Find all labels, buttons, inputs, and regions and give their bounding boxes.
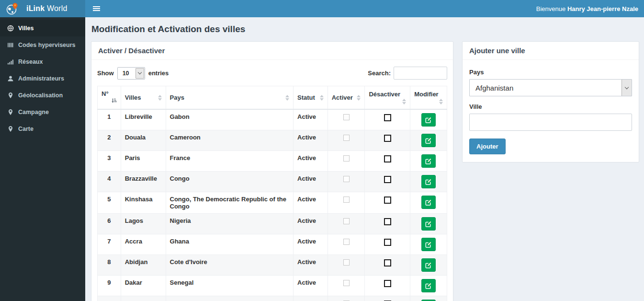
table-row: 7 Accra Ghana Active	[98, 234, 447, 255]
user-name: Hanry Jean-pierre Nzale	[567, 5, 638, 12]
brand[interactable]: iLink World	[0, 0, 85, 17]
pays-cell: Congo	[166, 172, 294, 192]
column-header-desactiver[interactable]: Désactiver	[365, 86, 410, 110]
desactiver-checkbox[interactable]	[384, 218, 391, 225]
entries-select[interactable]: 10	[117, 67, 145, 80]
desactiver-checkbox[interactable]	[384, 280, 391, 287]
column-header-no[interactable]: N°	[98, 86, 121, 110]
column-header-modifier[interactable]: Modifier	[410, 86, 447, 110]
modifier-button[interactable]	[421, 238, 436, 251]
ville-cell: Paris	[121, 151, 166, 172]
table-row: 9 Dakar Senegal Active	[98, 276, 447, 296]
desactiver-checkbox[interactable]	[384, 239, 391, 246]
row-number: 6	[98, 214, 121, 234]
activer-checkbox	[343, 259, 350, 266]
map-marker-icon	[7, 109, 14, 116]
sidebar-item-reseaux[interactable]: Réseaux	[0, 53, 85, 70]
row-number: 10	[98, 296, 121, 301]
ville-cell: Lagos	[121, 214, 166, 234]
column-header-activer[interactable]: Activer	[328, 86, 365, 110]
main-content: Modification et Activation des villes Ac…	[85, 17, 644, 301]
entries-label: entries	[148, 69, 169, 77]
activer-checkbox	[343, 155, 350, 162]
ville-input[interactable]	[469, 114, 632, 131]
table-panel-title: Activer / Désactiver	[91, 42, 453, 60]
sidebar-item-administrateurs[interactable]: Administrateurs	[0, 70, 85, 87]
modifier-button[interactable]	[421, 113, 436, 127]
desactiver-checkbox[interactable]	[384, 155, 391, 162]
desactiver-checkbox[interactable]	[384, 135, 391, 142]
ville-cell: Kinshasa	[121, 192, 166, 214]
ville-cell: Dakar	[121, 276, 166, 296]
page-title: Modification et Activation des villes	[91, 24, 639, 35]
statut-cell: Active	[294, 214, 328, 234]
sidebar-item-campagne[interactable]: Campagne	[0, 104, 85, 120]
sidebar-item-carte[interactable]: Carte	[0, 120, 85, 137]
sidebar-item-codes-hyperviseurs[interactable]: Codes hyperviseurs	[0, 36, 85, 53]
modifier-button[interactable]	[421, 258, 436, 272]
table-row: 10 Bamako Mali Active	[98, 296, 447, 301]
ville-label: Ville	[469, 103, 632, 110]
pays-select[interactable]: Afghanistan	[469, 79, 632, 96]
barcode-icon	[7, 42, 14, 48]
edit-icon	[425, 262, 432, 268]
sidebar-item-villes[interactable]: Villes	[0, 20, 85, 36]
pays-cell: Cote d'Ivoire	[166, 255, 294, 276]
statut-cell: Active	[294, 276, 328, 296]
ville-cell: Brazzaville	[121, 172, 166, 192]
ville-cell: Abidjan	[121, 255, 166, 276]
search-input[interactable]	[394, 67, 447, 80]
ajouter-button[interactable]: Ajouter	[469, 139, 506, 154]
signal-icon	[7, 58, 14, 65]
top-bar: iLink World Bienvenue Hanry Jean-pierre …	[0, 0, 644, 17]
modifier-button[interactable]	[421, 217, 436, 231]
sidebar-toggle-button[interactable]	[85, 0, 108, 17]
statut-cell: Active	[294, 172, 328, 192]
desactiver-checkbox[interactable]	[384, 114, 391, 121]
show-label: Show	[97, 69, 114, 77]
row-number: 3	[98, 151, 121, 172]
statut-cell: Active	[294, 109, 328, 130]
table-row: 5 Kinshasa Congo, The Democratic Republi…	[98, 192, 447, 214]
row-number: 7	[98, 234, 121, 255]
column-header-statut[interactable]: Statut	[294, 86, 328, 110]
ville-cell: Bamako	[121, 296, 166, 301]
modifier-button[interactable]	[421, 279, 436, 292]
modifier-button[interactable]	[421, 134, 436, 147]
desactiver-checkbox[interactable]	[384, 176, 391, 183]
globe-pin-logo-icon	[6, 2, 19, 15]
statut-cell: Active	[294, 296, 328, 301]
row-number: 5	[98, 192, 121, 214]
brand-title: iLink World	[26, 4, 68, 13]
edit-icon	[425, 199, 432, 206]
add-ville-panel: Ajouter une ville Pays Afghanistan Ville…	[462, 41, 639, 162]
pays-cell: Senegal	[166, 276, 294, 296]
hamburger-icon	[93, 5, 100, 12]
activer-checkbox	[343, 280, 350, 286]
modifier-button[interactable]	[421, 196, 436, 209]
map-marker-icon	[7, 92, 14, 99]
modifier-button[interactable]	[421, 175, 436, 188]
edit-icon	[425, 137, 432, 144]
add-panel-title: Ajouter une ville	[463, 42, 639, 60]
table-row: 4 Brazzaville Congo Active	[98, 172, 447, 192]
table-row: 3 Paris France Active	[98, 151, 447, 172]
desactiver-checkbox[interactable]	[384, 197, 391, 204]
table-row: 1 Libreville Gabon Active	[98, 109, 447, 130]
modifier-button[interactable]	[421, 154, 436, 168]
sidebar-item-label: Villes	[18, 25, 34, 32]
pays-cell: France	[166, 151, 294, 172]
activer-checkbox	[343, 197, 350, 203]
column-header-villes[interactable]: Villes	[121, 86, 166, 110]
sidebar-item-geolocalisation[interactable]: Géolocalisation	[0, 87, 85, 104]
edit-icon	[425, 282, 432, 289]
sort-icon	[402, 99, 406, 104]
statut-cell: Active	[294, 151, 328, 172]
desactiver-checkbox[interactable]	[384, 259, 391, 266]
entries-length-control: Show 10 entries	[97, 67, 169, 80]
sort-icon	[285, 95, 289, 101]
pays-cell: Mali	[166, 296, 294, 301]
sidebar-item-label: Géolocalisation	[18, 92, 63, 99]
column-header-pays[interactable]: Pays	[166, 86, 294, 110]
sidebar-item-label: Réseaux	[18, 58, 43, 65]
